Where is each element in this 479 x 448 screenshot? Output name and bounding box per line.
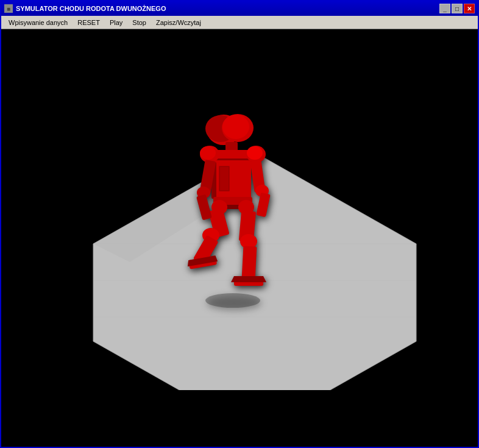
- svg-point-13: [200, 146, 216, 160]
- title-buttons: _ □ ✕: [439, 4, 475, 13]
- menu-item-play[interactable]: Play: [105, 18, 127, 27]
- close-button[interactable]: ✕: [464, 4, 475, 13]
- menu-item-reset[interactable]: RESET: [73, 18, 105, 27]
- svg-rect-26: [242, 246, 257, 280]
- title-bar: ■ SYMULATOR CHODU RODOTA DWUNOŻNEGO _ □ …: [1, 1, 478, 16]
- svg-rect-18: [219, 166, 229, 191]
- svg-rect-36: [196, 194, 212, 220]
- svg-point-15: [247, 146, 263, 160]
- menu-bar: Wpisywanie danych RESET Play Stop Zapisz…: [1, 16, 478, 29]
- svg-rect-39: [256, 192, 271, 216]
- window-title: SYMULATOR CHODU RODOTA DWUNOŻNEGO: [16, 5, 166, 12]
- app-icon: ■: [4, 4, 13, 13]
- maximize-button[interactable]: □: [452, 4, 463, 13]
- menu-item-zapisz-wczytaj[interactable]: Zapisz/Wczytaj: [151, 18, 206, 27]
- menu-item-wpisywanie-danych[interactable]: Wpisywanie danych: [4, 18, 73, 27]
- svg-point-40: [205, 293, 260, 308]
- svg-rect-9: [225, 142, 238, 151]
- menu-item-stop[interactable]: Stop: [127, 18, 151, 27]
- main-window: ■ SYMULATOR CHODU RODOTA DWUNOŻNEGO _ □ …: [0, 0, 479, 448]
- minimize-button[interactable]: _: [439, 4, 450, 13]
- robot-svg: [166, 102, 300, 310]
- 3d-viewport: [1, 29, 478, 447]
- robot-figure: [166, 102, 300, 311]
- title-bar-left: ■ SYMULATOR CHODU RODOTA DWUNOŻNEGO: [4, 4, 166, 13]
- svg-marker-28: [231, 276, 266, 282]
- svg-point-8: [222, 115, 249, 139]
